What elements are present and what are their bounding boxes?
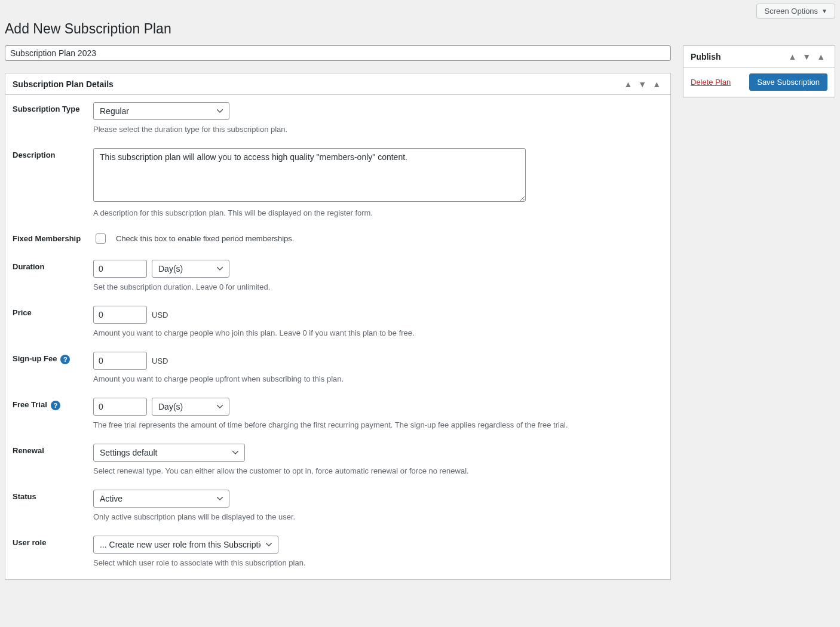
publish-box-header: Publish ▲ ▼ ▲ xyxy=(683,46,835,67)
renewal-select[interactable]: Settings default xyxy=(93,444,245,462)
description-help: A description for this subscription plan… xyxy=(93,208,663,217)
move-up-icon[interactable]: ▲ xyxy=(621,78,634,90)
move-down-icon[interactable]: ▼ xyxy=(636,78,649,90)
move-down-icon[interactable]: ▼ xyxy=(800,51,813,63)
toggle-panel-icon[interactable]: ▲ xyxy=(650,78,663,90)
user-role-select[interactable]: ... Create new user role from this Subsc… xyxy=(93,536,278,554)
move-up-icon[interactable]: ▲ xyxy=(786,51,799,63)
status-select[interactable]: Active xyxy=(93,490,229,508)
duration-label: Duration xyxy=(13,260,93,291)
signup-fee-label: Sign-up Fee xyxy=(13,354,57,363)
user-role-help: Select which user role to associate with… xyxy=(93,558,663,567)
free-trial-input[interactable] xyxy=(93,398,147,416)
subscription-type-select[interactable]: Regular xyxy=(93,102,229,120)
subscription-type-help: Please select the duration type for this… xyxy=(93,125,663,134)
free-trial-unit-select[interactable]: Day(s) xyxy=(152,398,229,416)
help-icon[interactable]: ? xyxy=(60,355,70,364)
duration-unit-select[interactable]: Day(s) xyxy=(152,260,229,278)
signup-fee-currency: USD xyxy=(152,356,168,365)
screen-options-label: Screen Options xyxy=(764,7,818,16)
subscription-type-label: Subscription Type xyxy=(13,102,93,134)
page-title: Add New Subscription Plan xyxy=(5,21,835,37)
free-trial-label: Free Trial xyxy=(13,400,47,409)
status-help: Only active subscription plans will be d… xyxy=(93,512,663,521)
user-role-label: User role xyxy=(13,536,93,567)
save-subscription-button[interactable]: Save Subscription xyxy=(749,73,827,91)
duration-help: Set the subscription duration. Leave 0 f… xyxy=(93,282,663,291)
price-input[interactable] xyxy=(93,306,147,324)
fixed-membership-checkbox-label: Check this box to enable fixed period me… xyxy=(116,234,294,243)
price-label: Price xyxy=(13,306,93,337)
description-textarea[interactable]: This subscription plan will allow you to… xyxy=(93,148,526,202)
delete-plan-link[interactable]: Delete Plan xyxy=(691,78,731,87)
renewal-label: Renewal xyxy=(13,444,93,475)
screen-options-button[interactable]: Screen Options xyxy=(756,4,835,19)
publish-box: Publish ▲ ▼ ▲ Delete Plan Save Subscript… xyxy=(683,45,835,97)
free-trial-help: The free trial represents the amount of … xyxy=(93,420,663,429)
status-label: Status xyxy=(13,490,93,521)
fixed-membership-checkbox[interactable] xyxy=(96,233,106,244)
help-icon[interactable]: ? xyxy=(51,401,60,410)
toggle-panel-icon[interactable]: ▲ xyxy=(814,51,827,63)
details-box-header: Subscription Plan Details ▲ ▼ ▲ xyxy=(5,73,670,95)
plan-title-input[interactable] xyxy=(5,45,671,61)
renewal-help: Select renewal type. You can either allo… xyxy=(93,466,663,475)
signup-fee-help: Amount you want to charge people upfront… xyxy=(93,374,663,383)
duration-input[interactable] xyxy=(93,260,147,278)
details-box-heading: Subscription Plan Details xyxy=(13,79,114,89)
description-label: Description xyxy=(13,148,93,217)
fixed-membership-label: Fixed Membership xyxy=(13,232,93,245)
price-currency: USD xyxy=(152,311,168,319)
publish-box-heading: Publish xyxy=(691,52,721,62)
price-help: Amount you want to charge people who joi… xyxy=(93,328,663,337)
signup-fee-input[interactable] xyxy=(93,352,147,370)
subscription-plan-details-box: Subscription Plan Details ▲ ▼ ▲ Subscrip… xyxy=(5,73,671,580)
